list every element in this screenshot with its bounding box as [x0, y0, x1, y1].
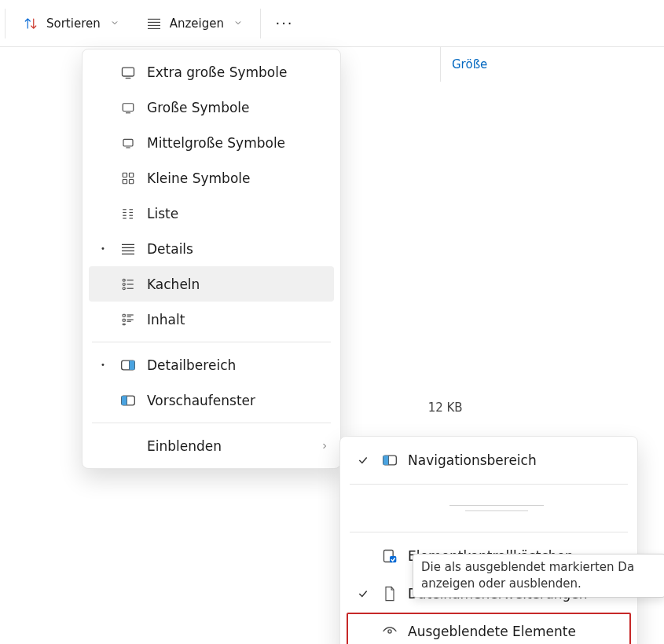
xl-icons-icon [119, 64, 138, 80]
large-icons-icon [119, 101, 138, 115]
svg-rect-47 [383, 456, 389, 465]
menu-item-large-icons[interactable]: Große Symbole [89, 90, 334, 125]
menu-label: Liste [147, 206, 334, 221]
radio-indicator: • [97, 360, 109, 369]
svg-rect-4 [123, 68, 134, 76]
menu-item-list[interactable]: Liste [89, 196, 334, 231]
medium-icons-icon [119, 137, 138, 149]
view-icon [146, 16, 162, 31]
submenu-item-nav-pane[interactable]: Navigationsbereich [347, 441, 631, 479]
more-button[interactable]: ··· [267, 8, 302, 39]
tooltip-line: Die als ausgeblendet markierten Da [421, 559, 657, 576]
submenu-item-hidden-items[interactable]: Ausgeblendete Elemente [347, 613, 631, 644]
check-icon [354, 455, 372, 466]
tiles-icon [119, 277, 138, 291]
menu-label: Kleine Symbole [147, 170, 334, 186]
menu-item-detail-pane[interactable]: • Detailbereich [89, 347, 334, 382]
view-label: Anzeigen [170, 16, 224, 31]
ellipsis-icon: ··· [275, 15, 293, 31]
submenu-skeleton-item [343, 489, 634, 527]
svg-rect-49 [390, 556, 396, 562]
checkbox-icon [381, 548, 398, 564]
tooltip-line: anzeigen oder ausblenden. [421, 576, 657, 592]
small-icons-icon [119, 171, 138, 185]
menu-label: Extra große Symbole [147, 64, 334, 80]
toolbar-separator [5, 9, 6, 38]
menu-item-medium-icons[interactable]: Mittelgroße Symbole [89, 125, 334, 160]
menu-label: Einblenden [147, 438, 306, 454]
menu-label: Detailbereich [147, 357, 334, 373]
svg-rect-11 [130, 173, 134, 177]
column-size-label: Größe [452, 57, 487, 71]
svg-rect-32 [123, 314, 125, 317]
check-icon [354, 588, 372, 599]
menu-label: Details [147, 241, 334, 257]
submenu-label: Navigationsbereich [408, 452, 631, 468]
view-menu: Extra große Symbole Große Symbole Mittel… [82, 49, 341, 469]
tooltip: Die als ausgeblendet markierten Da anzei… [413, 554, 664, 598]
list-icon [119, 207, 138, 221]
eye-icon [381, 625, 398, 638]
menu-item-content[interactable]: Inhalt [89, 302, 334, 337]
detail-pane-icon [119, 359, 138, 371]
sort-icon [23, 16, 39, 31]
menu-item-show[interactable]: Einblenden [89, 428, 334, 463]
toolbar: Sortieren Anzeigen ··· [0, 0, 664, 47]
show-submenu: Navigationsbereich Elementkontrollkästch… [339, 436, 638, 644]
svg-point-30 [123, 287, 125, 289]
svg-rect-35 [123, 319, 125, 321]
svg-rect-6 [123, 103, 134, 111]
svg-point-50 [388, 630, 391, 633]
svg-rect-13 [130, 179, 134, 183]
chevron-down-icon [110, 16, 119, 31]
column-size[interactable]: Größe [440, 47, 542, 82]
menu-separator [350, 532, 628, 532]
file-size-cell: 12 KB [428, 401, 463, 415]
svg-rect-38 [123, 324, 125, 325]
submenu-label: Ausgeblendete Elemente [408, 624, 631, 639]
chevron-down-icon [233, 16, 243, 31]
file-icon [381, 586, 398, 602]
menu-item-tiles[interactable]: Kacheln [89, 266, 334, 302]
menu-separator [350, 484, 628, 485]
menu-item-preview-pane[interactable]: Vorschaufenster [89, 382, 334, 418]
svg-point-26 [123, 279, 125, 281]
svg-point-28 [123, 283, 125, 285]
radio-indicator: • [97, 244, 109, 253]
menu-separator [92, 423, 331, 423]
sort-label: Sortieren [46, 16, 101, 31]
menu-label: Inhalt [147, 312, 334, 327]
toolbar-separator [260, 9, 261, 38]
view-button[interactable]: Anzeigen [135, 8, 254, 39]
preview-pane-icon [119, 394, 138, 407]
menu-separator [92, 342, 331, 342]
chevron-right-icon [315, 441, 334, 451]
svg-rect-41 [130, 360, 135, 370]
content-icon [119, 313, 138, 327]
nav-pane-icon [381, 454, 398, 467]
menu-label: Kacheln [147, 276, 334, 292]
skeleton-line [449, 505, 544, 506]
skeleton-line [465, 510, 528, 511]
menu-item-details[interactable]: • Details [89, 231, 334, 266]
svg-rect-44 [122, 396, 127, 405]
details-icon [119, 243, 138, 255]
svg-rect-12 [123, 179, 127, 183]
menu-item-small-icons[interactable]: Kleine Symbole [89, 160, 334, 196]
svg-rect-8 [123, 139, 133, 146]
menu-label: Mittelgroße Symbole [147, 135, 334, 151]
menu-label: Große Symbole [147, 100, 334, 115]
svg-rect-10 [123, 173, 127, 177]
menu-label: Vorschaufenster [147, 393, 334, 408]
sort-button[interactable]: Sortieren [12, 8, 130, 39]
menu-item-xl-icons[interactable]: Extra große Symbole [89, 54, 334, 90]
